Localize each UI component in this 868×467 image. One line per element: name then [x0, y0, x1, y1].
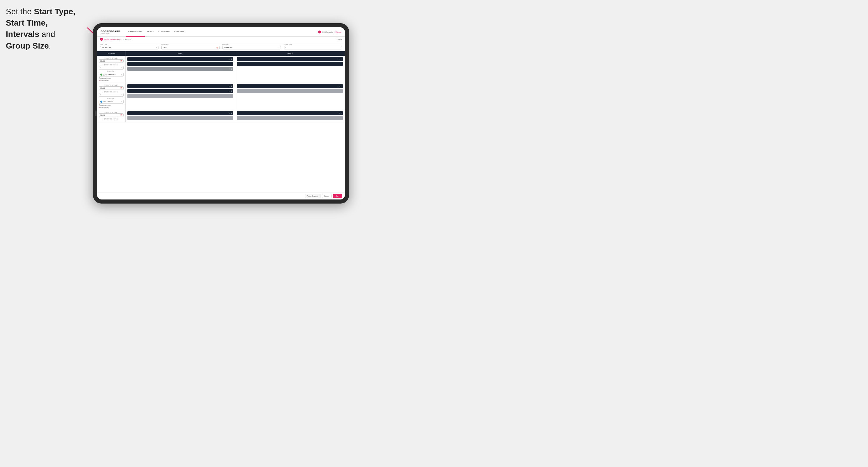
slot-chevron-icon-3-1[interactable]: ❯ [231, 85, 232, 87]
team1-cell-2: ✕ ❯ ✕ ❯ [126, 83, 235, 110]
breadcrumb-separator: > [123, 38, 124, 40]
slot-x-icon-3-1[interactable]: ✕ [229, 85, 230, 87]
group-2-sidebar: STARTING TIME: 10:10 ⏰ STARTING HOLE: 1 … [97, 83, 126, 110]
slot-actions-6-1: ✕ ❯ [339, 112, 342, 114]
player-slot-1-1[interactable]: ✕ ❯ [127, 57, 233, 61]
slot-chevron-icon-2-1[interactable]: ❯ [341, 58, 342, 60]
time-icon-3: ⏰ [120, 114, 122, 116]
group-actions-2: − Remove Group + + Add Group [99, 104, 124, 108]
slot-x-icon-6-1[interactable]: ✕ [339, 112, 340, 114]
tee-group-2-body: STARTING TIME: 10:10 ⏰ STARTING HOLE: 1 … [97, 83, 345, 110]
course-remove-x-1[interactable]: ✕ [121, 74, 122, 75]
player-slot-5-2[interactable] [127, 116, 233, 120]
tournament-breadcrumb[interactable]: Clippd Invitational (M... [104, 38, 122, 40]
nav-separator: | [334, 31, 334, 33]
slot-x-icon-1-3[interactable]: ✕ [229, 68, 230, 70]
add-group-btn-2[interactable]: + + Add Group [99, 106, 124, 108]
player-slot-2-1[interactable]: ✕ ❯ [237, 57, 343, 61]
player-slot-2-2[interactable] [237, 62, 343, 66]
player-slot-1-2[interactable] [127, 62, 233, 66]
slot-chevron-icon-3-2[interactable]: ❯ [231, 90, 232, 92]
slot-x-icon-4-1[interactable]: ✕ [339, 85, 340, 87]
nav-tab-teams[interactable]: TEAMS [145, 27, 156, 37]
start-type-select[interactable]: 1st Tee Start ▾ [100, 46, 158, 50]
start-time-select[interactable]: 10:00 ⏰ [161, 46, 220, 50]
add-group-btn-1[interactable]: + + Add Group [99, 80, 124, 81]
app-icon: C [100, 38, 103, 41]
starting-time-input-1[interactable]: 10:00 ⏰ [99, 59, 124, 63]
th-team1: Team 1 [126, 51, 235, 56]
start-type-chevron-icon: ▾ [156, 47, 157, 49]
user-avatar [318, 31, 321, 33]
slot-chevron-icon-6-1[interactable]: ❯ [341, 112, 342, 114]
slot-x-icon-5-1[interactable]: ✕ [229, 112, 230, 114]
player-slot-1-3[interactable]: ✕ ❯ [127, 67, 233, 71]
reset-changes-button[interactable]: Reset Changes [305, 194, 320, 198]
add-icon-2: + [99, 106, 100, 108]
player-slot-6-2[interactable] [237, 116, 343, 120]
intervals-group: Intervals 10 Minutes ▾ [222, 43, 281, 50]
remove-group-btn-2[interactable]: − Remove Group [99, 104, 124, 106]
group-size-select[interactable]: 3 ▾ [284, 46, 342, 50]
slot-chevron-icon-1-1[interactable]: ❯ [231, 58, 232, 60]
back-button[interactable]: < Back [336, 38, 342, 40]
starting-time-label-2: STARTING TIME: [99, 84, 124, 86]
slot-chevron-icon-4-1[interactable]: ❯ [341, 85, 342, 87]
player-slot-4-1[interactable]: ✕ ❯ [237, 84, 343, 88]
intervals-select[interactable]: 10 Minutes ▾ [222, 46, 281, 50]
player-slot-6-1[interactable]: ✕ ❯ [237, 111, 343, 115]
time-icon: ⏰ [120, 60, 122, 62]
instruction-bold-4: Group Size [6, 41, 49, 50]
player-slot-5-1[interactable]: ✕ ❯ [127, 111, 233, 115]
time-icon-2: ⏰ [120, 87, 122, 89]
group-actions-1: − Remove Group + + Add Group [99, 77, 124, 81]
start-type-value: 1st Tee Start [101, 47, 112, 49]
nav-tab-committee[interactable]: COMMITTEE [156, 27, 172, 37]
player-slot-4-2[interactable] [237, 89, 343, 93]
th-team2: Team 2 [235, 51, 345, 56]
hosting-breadcrumb: Hosting [125, 38, 131, 40]
slot-x-icon-3-2[interactable]: ✕ [229, 90, 230, 92]
slot-x-icon-2-1[interactable]: ✕ [339, 58, 340, 60]
starting-hole-label-1: STARTING HOLE: [99, 64, 124, 66]
breadcrumb-left: C Clippd Invitational (M... > Hosting [100, 38, 131, 41]
instruction-suffix: . [49, 41, 51, 50]
starting-time-input-2[interactable]: 10:10 ⏰ [99, 86, 124, 90]
save-button[interactable]: Save [333, 194, 342, 198]
group-1-sidebar: STARTING TIME: 10:00 ⏰ STARTING HOLE: 1 … [97, 56, 126, 83]
instruction-connector: and [39, 30, 55, 39]
tee-group-3-body: STARTING TIME: 10:20 ⏰ STARTING HOLE: ✕ … [97, 110, 345, 122]
cancel-button[interactable]: Cancel [322, 194, 332, 198]
player-slot-3-1[interactable]: ✕ ❯ [127, 84, 233, 88]
team2-cell-2: ✕ ❯ [235, 83, 345, 110]
slot-actions-3-1: ✕ ❯ [229, 85, 232, 87]
slot-x-icon-1-1[interactable]: ✕ [229, 58, 230, 60]
instruction-prefix: Set the [6, 7, 34, 16]
start-time-chevron-icon: ⏰ [216, 47, 218, 49]
instruction-text: Set the Start Type, Start Time, Interval… [6, 6, 96, 52]
tee-group-1: STARTING TIME: 10:00 ⏰ STARTING HOLE: 1 … [97, 56, 345, 83]
team2-cell-1: ✕ ❯ [235, 56, 345, 83]
intervals-value: 10 Minutes [224, 47, 232, 49]
nav-tab-tournaments[interactable]: TOURNAMENTS [126, 27, 145, 37]
remove-icon-1: − [99, 77, 101, 79]
remove-group-btn-1[interactable]: − Remove Group [99, 77, 124, 79]
nav-tab-rankings[interactable]: RANKINGS [172, 27, 186, 37]
team1-cell-3: ✕ ❯ [126, 110, 235, 122]
th-tee-time: Tee Time [97, 51, 126, 56]
group-size-group: Group Size 3 ▾ [284, 43, 342, 50]
player-slot-3-2[interactable]: ✕ ❯ [127, 89, 233, 93]
intervals-label: Intervals [222, 43, 281, 45]
course-label-1: COURSE: [99, 71, 124, 72]
sign-out-link[interactable]: Sign out [336, 31, 341, 33]
intervals-chevron-icon: ▾ [279, 47, 279, 49]
course-remove-x-2[interactable]: ✕ [121, 101, 122, 103]
slot-chevron-icon-1-3[interactable]: ❯ [231, 68, 232, 70]
starting-hole-input-2[interactable]: 1 ▾ [99, 93, 124, 97]
slot-chevron-icon-5-1[interactable]: ❯ [231, 112, 232, 114]
tee-group-1-body: STARTING TIME: 10:00 ⏰ STARTING HOLE: 1 … [97, 56, 345, 83]
player-slot-3-3[interactable] [127, 94, 233, 98]
starting-hole-input-1[interactable]: 1 ▾ [99, 66, 124, 69]
breadcrumb-bar: C Clippd Invitational (M... > Hosting < … [97, 37, 345, 42]
starting-time-input-3[interactable]: 10:20 ⏰ [99, 114, 124, 117]
